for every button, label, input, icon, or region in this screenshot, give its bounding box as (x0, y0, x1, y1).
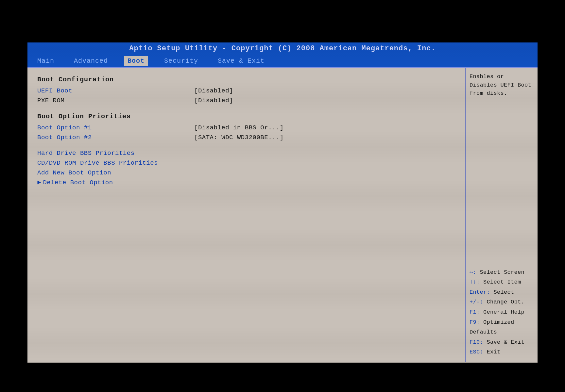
arrow-icon: ► (37, 179, 41, 186)
main-panel: Boot Configuration UEFI Boot [Disabled] … (27, 68, 466, 362)
key-label: ↑↓: (470, 279, 480, 285)
key-help-item: ESC: Exit (470, 347, 534, 357)
pxe-rom-row[interactable]: PXE ROM [Disabled] (37, 97, 455, 104)
menu-item-main[interactable]: Main (34, 56, 58, 66)
cd-dvd-bbs-label: CD/DVD ROM Drive BBS Priorities (37, 159, 158, 167)
pxe-rom-label: PXE ROM (37, 97, 194, 104)
key-label: F10: (470, 339, 483, 345)
key-help-item: F1: General Help (470, 307, 534, 318)
boot-option-2-value: [SATA: WDC WD3200BE...] (194, 134, 284, 141)
menu-item-boot[interactable]: Boot (124, 56, 148, 66)
hard-drive-bbs-row[interactable]: Hard Drive BBS Priorities (37, 150, 455, 157)
boot-option-1-label: Boot Option #1 (37, 124, 194, 131)
key-label: +/-: (470, 299, 483, 305)
help-text: Enables or Disables UEFI Boot from disks… (470, 73, 534, 98)
boot-option-2-row[interactable]: Boot Option #2 [SATA: WDC WD3200BE...] (37, 134, 455, 141)
add-boot-option-label: Add New Boot Option (37, 169, 111, 176)
uefi-boot-label: UEFI Boot (37, 87, 194, 94)
key-help-item: ↔: Select Screen (470, 268, 534, 278)
pxe-rom-value: [Disabled] (194, 97, 233, 104)
key-help-item: ↑↓: Select Item (470, 277, 534, 287)
delete-boot-option-row[interactable]: ► Delete Boot Option (37, 179, 455, 186)
key-label: ↔: (470, 269, 476, 275)
add-boot-option-row[interactable]: Add New Boot Option (37, 169, 455, 176)
boot-option-1-row[interactable]: Boot Option #1 [Disabled in BBS Or...] (37, 124, 455, 131)
cd-dvd-bbs-row[interactable]: CD/DVD ROM Drive BBS Priorities (37, 159, 455, 167)
key-help-item: +/-: Change Opt. (470, 297, 534, 307)
boot-priorities-header: Boot Option Priorities (37, 113, 455, 120)
title-bar: Aptio Setup Utility - Copyright (C) 2008… (27, 42, 538, 55)
boot-config-header: Boot Configuration (37, 76, 455, 83)
boot-option-2-label: Boot Option #2 (37, 134, 194, 141)
menu-item-save--exit[interactable]: Save & Exit (214, 56, 268, 66)
help-panel: Enables or Disables UEFI Boot from disks… (466, 68, 538, 362)
key-help: ↔: Select Screen↑↓: Select ItemEnter: Se… (470, 268, 534, 357)
key-label: ESC: (470, 349, 483, 355)
uefi-boot-row[interactable]: UEFI Boot [Disabled] (37, 87, 455, 94)
boot-option-1-value: [Disabled in BBS Or...] (194, 124, 284, 131)
key-help-item: F10: Save & Exit (470, 337, 534, 348)
key-label: F1: (470, 309, 480, 315)
menu-bar: MainAdvancedBootSecuritySave & Exit (27, 55, 538, 68)
menu-item-security[interactable]: Security (161, 56, 201, 66)
key-label: Enter: (470, 289, 490, 295)
key-label: F9: (470, 319, 480, 325)
hard-drive-bbs-label: Hard Drive BBS Priorities (37, 150, 135, 157)
key-help-item: F9: Optimized Defaults (470, 318, 534, 337)
key-help-item: Enter: Select (470, 287, 534, 298)
content-area: Boot Configuration UEFI Boot [Disabled] … (27, 68, 538, 362)
menu-item-advanced[interactable]: Advanced (71, 56, 111, 66)
uefi-boot-value: [Disabled] (194, 87, 233, 94)
delete-boot-option-label: Delete Boot Option (43, 179, 113, 186)
